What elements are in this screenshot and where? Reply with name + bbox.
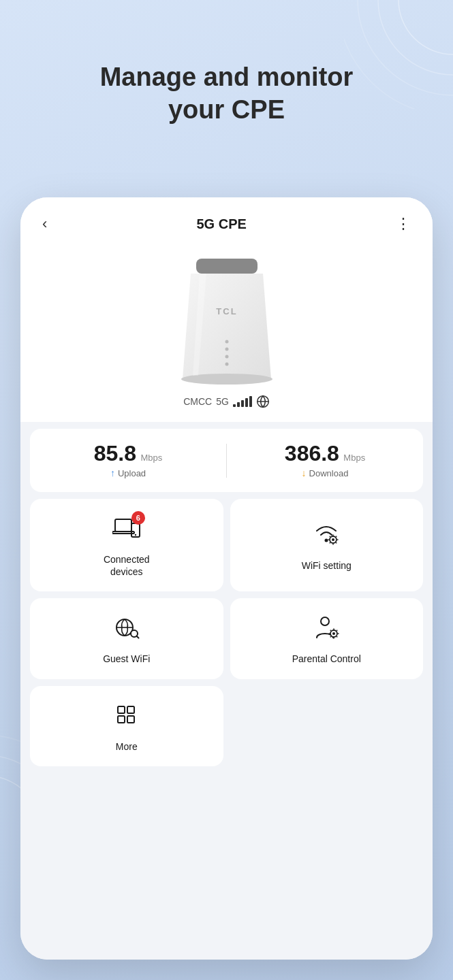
svg-rect-49	[127, 716, 134, 723]
parental-control-card[interactable]: Parental Control	[230, 598, 424, 679]
svg-line-43	[337, 637, 337, 638]
svg-point-10	[225, 340, 228, 344]
upload-unit: Mbps	[140, 453, 162, 463]
device-status: CMCC 5G	[183, 395, 270, 408]
svg-line-34	[136, 636, 138, 638]
wifi-setting-icon	[312, 521, 341, 553]
svg-point-0	[399, 0, 453, 54]
phone-frame: ‹ 5G CPE ⋮	[20, 197, 433, 960]
background: Manage and monitor your CPE ‹ 5G CPE ⋮	[0, 0, 453, 980]
feature-grid: 6 Connecteddevices	[30, 499, 423, 679]
more-svg	[112, 702, 141, 728]
guest-wifi-svg	[112, 615, 141, 640]
svg-line-29	[336, 536, 337, 537]
upload-arrow-icon: ↑	[110, 468, 115, 478]
signal-bar-3	[241, 400, 244, 407]
wifi-setting-card[interactable]: WiFi setting	[230, 499, 424, 591]
more-label: More	[116, 740, 138, 753]
signal-bar-5	[249, 396, 252, 407]
svg-rect-7	[196, 259, 257, 274]
guest-wifi-icon	[112, 615, 141, 646]
upload-label-row: ↑ Upload	[110, 468, 146, 478]
signal-bar-2	[237, 402, 240, 407]
page-title: 5G CPE	[196, 216, 246, 232]
svg-line-30	[330, 542, 330, 543]
device-image: TCL	[166, 253, 288, 389]
svg-point-13	[225, 363, 228, 366]
svg-point-11	[225, 348, 228, 351]
svg-line-27	[330, 536, 330, 537]
device-section: TCL C	[20, 246, 433, 422]
svg-text:TCL: TCL	[216, 306, 237, 316]
menu-button[interactable]: ⋮	[390, 212, 416, 235]
wifi-setting-label: WiFi setting	[302, 559, 352, 572]
speed-card: 85.8 Mbps ↑ Upload 386.8 Mbps ↓	[30, 429, 423, 492]
signal-bar-1	[233, 404, 236, 407]
guest-wifi-card[interactable]: Guest WiFi	[30, 598, 223, 679]
bottom-row: More	[30, 686, 423, 766]
download-arrow-icon: ↓	[302, 468, 307, 478]
download-value: 386.8	[285, 441, 339, 466]
upload-speed: 85.8 Mbps ↑ Upload	[30, 442, 226, 478]
empty-cell	[230, 686, 424, 766]
top-bar: ‹ 5G CPE ⋮	[20, 197, 433, 246]
connected-devices-label: Connecteddevices	[104, 553, 150, 578]
upload-value: 85.8	[94, 441, 136, 466]
connected-devices-icon: 6	[112, 515, 141, 546]
svg-line-45	[330, 637, 331, 638]
svg-rect-48	[118, 716, 125, 723]
svg-point-19	[135, 534, 136, 536]
connected-devices-badge: 6	[131, 511, 145, 525]
parental-control-svg	[312, 615, 341, 640]
svg-line-44	[337, 630, 337, 631]
signal-indicator	[233, 396, 252, 407]
svg-rect-47	[127, 706, 134, 713]
download-label: Download	[309, 468, 349, 478]
back-button[interactable]: ‹	[37, 212, 52, 235]
svg-point-20	[325, 539, 328, 542]
network-label: 5G	[216, 396, 229, 407]
svg-line-42	[330, 630, 331, 631]
download-unit: Mbps	[343, 453, 365, 463]
svg-point-37	[332, 632, 335, 635]
more-icon	[112, 702, 141, 734]
svg-rect-16	[115, 519, 131, 532]
download-label-row: ↓ Download	[302, 468, 349, 478]
svg-point-22	[332, 538, 334, 541]
more-card[interactable]: More	[30, 686, 223, 766]
phone-content: ‹ 5G CPE ⋮	[20, 197, 433, 960]
guest-wifi-label: Guest WiFi	[103, 653, 150, 665]
upload-label: Upload	[118, 468, 146, 478]
download-speed: 386.8 Mbps ↓ Download	[227, 442, 423, 478]
parental-control-label: Parental Control	[292, 653, 361, 665]
parental-control-icon	[312, 615, 341, 646]
svg-rect-46	[118, 706, 125, 713]
carrier-label: CMCC	[183, 396, 212, 407]
svg-point-35	[321, 617, 329, 625]
globe-icon	[256, 395, 270, 408]
router-illustration: TCL	[176, 253, 278, 389]
signal-bar-4	[245, 398, 248, 407]
svg-point-12	[225, 355, 228, 359]
svg-line-28	[336, 542, 337, 543]
connected-devices-card[interactable]: 6 Connecteddevices	[30, 499, 223, 591]
headline: Manage and monitor your CPE	[0, 61, 453, 126]
wifi-setting-svg	[312, 521, 341, 547]
